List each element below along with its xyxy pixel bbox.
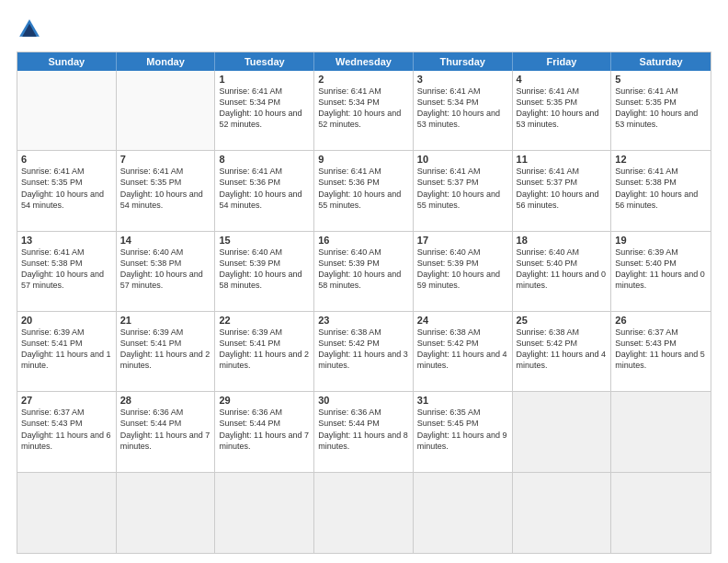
- calendar-cell: 25Sunrise: 6:38 AM Sunset: 5:42 PM Dayli…: [513, 312, 612, 391]
- calendar-cell: 19Sunrise: 6:39 AM Sunset: 5:40 PM Dayli…: [611, 232, 711, 311]
- cell-info: Sunrise: 6:41 AM Sunset: 5:35 PM Dayligh…: [517, 86, 608, 131]
- cell-info: Sunrise: 6:39 AM Sunset: 5:41 PM Dayligh…: [21, 327, 112, 372]
- calendar-cell: 7Sunrise: 6:41 AM Sunset: 5:35 PM Daylig…: [117, 151, 216, 230]
- calendar-cell: [17, 473, 117, 553]
- calendar-cell: 27Sunrise: 6:37 AM Sunset: 5:43 PM Dayli…: [17, 392, 117, 471]
- cell-info: Sunrise: 6:37 AM Sunset: 5:43 PM Dayligh…: [21, 407, 112, 452]
- cell-info: Sunrise: 6:39 AM Sunset: 5:41 PM Dayligh…: [120, 327, 211, 372]
- day-number: 7: [120, 154, 211, 165]
- calendar-cell: 5Sunrise: 6:41 AM Sunset: 5:35 PM Daylig…: [611, 71, 711, 150]
- calendar-row: 20Sunrise: 6:39 AM Sunset: 5:41 PM Dayli…: [17, 312, 711, 392]
- calendar-cell: 6Sunrise: 6:41 AM Sunset: 5:35 PM Daylig…: [17, 151, 117, 230]
- calendar-cell: 1Sunrise: 6:41 AM Sunset: 5:34 PM Daylig…: [215, 71, 314, 150]
- calendar-row: 1Sunrise: 6:41 AM Sunset: 5:34 PM Daylig…: [17, 71, 711, 151]
- logo-icon: [17, 17, 42, 42]
- calendar-header: SundayMondayTuesdayWednesdayThursdayFrid…: [17, 52, 711, 71]
- day-number: 19: [615, 235, 707, 246]
- day-number: 14: [120, 235, 211, 246]
- calendar-row: 13Sunrise: 6:41 AM Sunset: 5:38 PM Dayli…: [17, 232, 711, 312]
- cell-info: Sunrise: 6:40 AM Sunset: 5:38 PM Dayligh…: [120, 247, 211, 292]
- calendar-cell: 30Sunrise: 6:36 AM Sunset: 5:44 PM Dayli…: [314, 392, 414, 471]
- calendar-cell: 4Sunrise: 6:41 AM Sunset: 5:35 PM Daylig…: [513, 71, 612, 150]
- cell-info: Sunrise: 6:41 AM Sunset: 5:34 PM Dayligh…: [219, 86, 310, 131]
- cell-info: Sunrise: 6:41 AM Sunset: 5:37 PM Dayligh…: [517, 166, 608, 211]
- day-number: 9: [318, 154, 409, 165]
- cell-info: Sunrise: 6:41 AM Sunset: 5:35 PM Dayligh…: [120, 166, 211, 211]
- cell-info: Sunrise: 6:41 AM Sunset: 5:34 PM Dayligh…: [318, 86, 409, 131]
- day-number: 11: [517, 154, 608, 165]
- day-number: 30: [318, 395, 409, 406]
- calendar-cell: [117, 71, 216, 150]
- weekday-header-monday: Monday: [117, 52, 216, 71]
- calendar-cell: 16Sunrise: 6:40 AM Sunset: 5:39 PM Dayli…: [314, 232, 414, 311]
- calendar-cell: 28Sunrise: 6:36 AM Sunset: 5:44 PM Dayli…: [117, 392, 216, 471]
- weekday-header-thursday: Thursday: [414, 52, 513, 71]
- day-number: 26: [615, 315, 707, 326]
- cell-info: Sunrise: 6:41 AM Sunset: 5:36 PM Dayligh…: [219, 166, 310, 211]
- calendar-row: [17, 473, 711, 553]
- cell-info: Sunrise: 6:41 AM Sunset: 5:35 PM Dayligh…: [21, 166, 112, 211]
- weekday-header-friday: Friday: [513, 52, 612, 71]
- day-number: 23: [318, 315, 409, 326]
- weekday-header-saturday: Saturday: [611, 52, 711, 71]
- calendar-cell: [513, 392, 612, 471]
- day-number: 6: [21, 154, 112, 165]
- day-number: 28: [120, 395, 211, 406]
- day-number: 21: [120, 315, 211, 326]
- day-number: 10: [417, 154, 508, 165]
- cell-info: Sunrise: 6:40 AM Sunset: 5:40 PM Dayligh…: [517, 247, 608, 292]
- cell-info: Sunrise: 6:37 AM Sunset: 5:43 PM Dayligh…: [615, 327, 707, 372]
- calendar-row: 6Sunrise: 6:41 AM Sunset: 5:35 PM Daylig…: [17, 151, 711, 231]
- calendar-cell: [215, 473, 314, 553]
- day-number: 3: [417, 74, 508, 85]
- day-number: 12: [615, 154, 707, 165]
- day-number: 22: [219, 315, 310, 326]
- cell-info: Sunrise: 6:41 AM Sunset: 5:36 PM Dayligh…: [318, 166, 409, 211]
- cell-info: Sunrise: 6:41 AM Sunset: 5:37 PM Dayligh…: [417, 166, 508, 211]
- calendar: SundayMondayTuesdayWednesdayThursdayFrid…: [17, 52, 711, 554]
- day-number: 29: [219, 395, 310, 406]
- header: [17, 17, 711, 42]
- cell-info: Sunrise: 6:36 AM Sunset: 5:44 PM Dayligh…: [120, 407, 211, 452]
- calendar-cell: [17, 71, 117, 150]
- cell-info: Sunrise: 6:38 AM Sunset: 5:42 PM Dayligh…: [417, 327, 508, 372]
- day-number: 2: [318, 74, 409, 85]
- calendar-cell: 31Sunrise: 6:35 AM Sunset: 5:45 PM Dayli…: [414, 392, 513, 471]
- cell-info: Sunrise: 6:35 AM Sunset: 5:45 PM Dayligh…: [417, 407, 508, 452]
- calendar-cell: [117, 473, 216, 553]
- calendar-cell: 12Sunrise: 6:41 AM Sunset: 5:38 PM Dayli…: [611, 151, 711, 230]
- calendar-cell: 26Sunrise: 6:37 AM Sunset: 5:43 PM Dayli…: [611, 312, 711, 391]
- day-number: 31: [417, 395, 508, 406]
- calendar-cell: 23Sunrise: 6:38 AM Sunset: 5:42 PM Dayli…: [314, 312, 414, 391]
- calendar-cell: 21Sunrise: 6:39 AM Sunset: 5:41 PM Dayli…: [117, 312, 216, 391]
- calendar-cell: 8Sunrise: 6:41 AM Sunset: 5:36 PM Daylig…: [215, 151, 314, 230]
- day-number: 8: [219, 154, 310, 165]
- day-number: 4: [517, 74, 608, 85]
- weekday-header-wednesday: Wednesday: [314, 52, 414, 71]
- calendar-cell: [611, 473, 711, 553]
- cell-info: Sunrise: 6:41 AM Sunset: 5:35 PM Dayligh…: [615, 86, 707, 131]
- cell-info: Sunrise: 6:41 AM Sunset: 5:38 PM Dayligh…: [615, 166, 707, 211]
- calendar-cell: 2Sunrise: 6:41 AM Sunset: 5:34 PM Daylig…: [314, 71, 414, 150]
- calendar-cell: 20Sunrise: 6:39 AM Sunset: 5:41 PM Dayli…: [17, 312, 117, 391]
- calendar-cell: 17Sunrise: 6:40 AM Sunset: 5:39 PM Dayli…: [414, 232, 513, 311]
- calendar-row: 27Sunrise: 6:37 AM Sunset: 5:43 PM Dayli…: [17, 392, 711, 472]
- day-number: 18: [517, 235, 608, 246]
- day-number: 16: [318, 235, 409, 246]
- calendar-body: 1Sunrise: 6:41 AM Sunset: 5:34 PM Daylig…: [17, 71, 711, 553]
- cell-info: Sunrise: 6:36 AM Sunset: 5:44 PM Dayligh…: [318, 407, 409, 452]
- day-number: 15: [219, 235, 310, 246]
- calendar-cell: 3Sunrise: 6:41 AM Sunset: 5:34 PM Daylig…: [414, 71, 513, 150]
- day-number: 1: [219, 74, 310, 85]
- cell-info: Sunrise: 6:40 AM Sunset: 5:39 PM Dayligh…: [417, 247, 508, 292]
- day-number: 20: [21, 315, 112, 326]
- day-number: 25: [517, 315, 608, 326]
- calendar-cell: [314, 473, 414, 553]
- calendar-cell: 18Sunrise: 6:40 AM Sunset: 5:40 PM Dayli…: [513, 232, 612, 311]
- day-number: 13: [21, 235, 112, 246]
- calendar-cell: 29Sunrise: 6:36 AM Sunset: 5:44 PM Dayli…: [215, 392, 314, 471]
- calendar-cell: 24Sunrise: 6:38 AM Sunset: 5:42 PM Dayli…: [414, 312, 513, 391]
- calendar-cell: 15Sunrise: 6:40 AM Sunset: 5:39 PM Dayli…: [215, 232, 314, 311]
- day-number: 27: [21, 395, 112, 406]
- cell-info: Sunrise: 6:39 AM Sunset: 5:41 PM Dayligh…: [219, 327, 310, 372]
